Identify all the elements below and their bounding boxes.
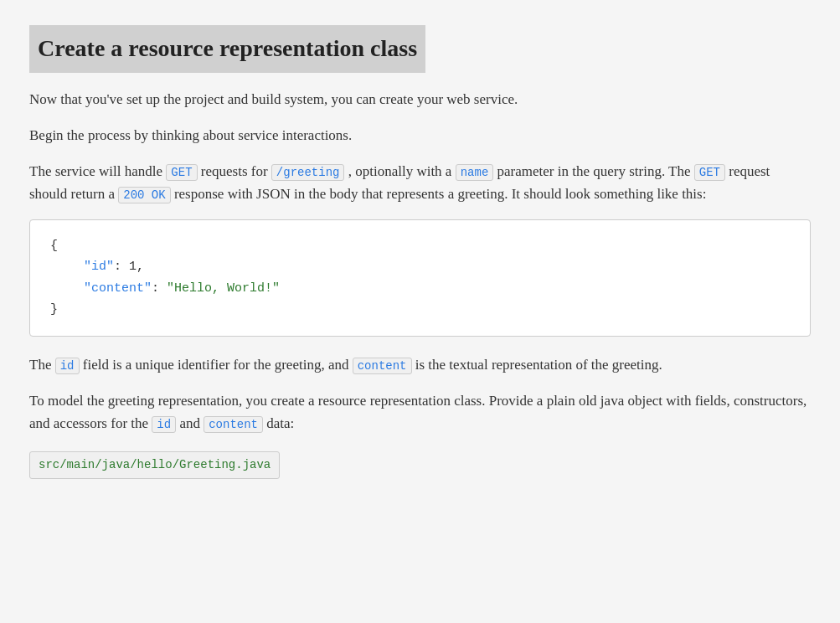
p4-text-end: is the textual representation of the gre… — [415, 357, 662, 373]
json-code-block: { "id": 1, "content": "Hello, World!" } — [29, 219, 811, 337]
paragraph-5: To model the greeting representation, yo… — [29, 389, 811, 435]
name-badge: name — [456, 164, 494, 181]
id-value: 1, — [129, 260, 144, 274]
p5-text-data: data: — [266, 415, 294, 431]
p3-text-optionally: , optionally with a — [348, 163, 452, 179]
id-key: "id" — [84, 260, 114, 274]
paragraph-3: The service will handle GET requests for… — [29, 160, 811, 205]
page-title: Create a resource representation class — [29, 25, 425, 73]
paragraph-2: Begin the process by thinking about serv… — [29, 124, 811, 147]
paragraph-1: Now that you've set up the project and b… — [29, 88, 811, 111]
p3-text-parameter: parameter in the query string. The — [497, 163, 691, 179]
200ok-badge: 200 OK — [118, 187, 170, 203]
colon-1: : — [114, 260, 121, 274]
p5-text-model: To model the greeting representation, yo… — [29, 393, 807, 431]
p3-text-end: response with JSON in the body that repr… — [174, 186, 707, 202]
close-brace: } — [50, 302, 58, 317]
p5-id-badge: id — [152, 416, 176, 433]
paragraph-4: The id field is a unique identifier for … — [29, 353, 811, 376]
p5-text-and: and — [179, 415, 200, 431]
content-value: "Hello, World!" — [167, 281, 280, 296]
p5-content-badge: content — [204, 416, 263, 433]
file-path-container: src/main/java/hello/Greeting.java — [29, 448, 811, 478]
id-badge-inline: id — [55, 358, 80, 374]
code-line-1: { — [50, 235, 790, 257]
p3-text-requests-for: requests for — [201, 163, 268, 179]
code-line-2: "id": 1, — [50, 256, 790, 278]
p4-text-the: The — [29, 357, 51, 373]
code-line-3: "content": "Hello, World!" — [50, 278, 790, 300]
content-badge-inline: content — [353, 358, 412, 374]
code-line-4: } — [50, 299, 790, 321]
p3-text-before-get: The service will handle — [29, 163, 162, 179]
get-badge-2: GET — [694, 164, 725, 181]
content-key: "content" — [84, 281, 152, 296]
open-brace: { — [50, 239, 58, 253]
p4-text-field: field is a unique identifier for the gre… — [83, 357, 349, 373]
file-path-label: src/main/java/hello/Greeting.java — [29, 451, 280, 478]
get-badge-1: GET — [166, 164, 197, 181]
greeting-badge: /greeting — [271, 164, 345, 181]
colon-2: : — [152, 281, 159, 296]
page-container: Create a resource representation class N… — [17, 17, 823, 504]
